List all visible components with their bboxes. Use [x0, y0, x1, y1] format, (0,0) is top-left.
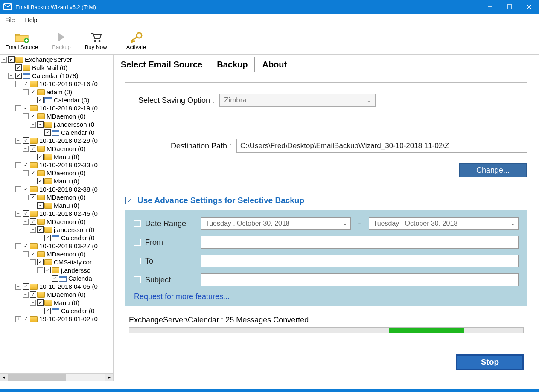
collapse-icon[interactable]: − — [1, 57, 7, 63]
tree-item[interactable]: Calendar (0) — [1, 96, 112, 104]
stop-button[interactable]: Stop — [456, 354, 524, 370]
tree-checkbox[interactable] — [15, 64, 22, 71]
collapse-icon[interactable]: − — [30, 122, 36, 128]
activate-button[interactable]: Activate — [121, 26, 151, 54]
buy-now-button[interactable]: Buy Now — [80, 26, 112, 54]
tree-checkbox[interactable] — [23, 81, 29, 87]
tree-item[interactable]: −Manu (0) — [1, 299, 112, 307]
close-button[interactable] — [519, 0, 539, 14]
tree-item[interactable]: Manu (0) — [1, 153, 112, 161]
collapse-icon[interactable]: − — [23, 251, 29, 257]
tree-checkbox[interactable] — [37, 226, 44, 233]
collapse-icon[interactable]: − — [30, 227, 36, 233]
folder-tree[interactable]: −ExchangeServerBulk Mail (0)−Calendar (1… — [0, 55, 113, 324]
collapse-icon[interactable]: − — [23, 113, 29, 119]
tree-item[interactable]: −j.andersson (0 — [1, 120, 112, 128]
change-button[interactable]: Change... — [459, 163, 527, 177]
tree-checkbox[interactable] — [23, 243, 29, 249]
tree-item[interactable]: −Calendar (1078) — [1, 72, 112, 80]
tree-item[interactable]: −10-10-2018 02-33 (0 — [1, 161, 112, 169]
tree-checkbox[interactable] — [30, 218, 36, 225]
request-features-link[interactable]: Request for more features... — [134, 292, 519, 301]
tree-item[interactable]: −MDaemon (0) — [1, 250, 112, 258]
collapse-icon[interactable]: − — [30, 300, 36, 306]
tree-item[interactable]: −MDaemon (0) — [1, 169, 112, 177]
tree-checkbox[interactable] — [30, 113, 36, 119]
tree-item[interactable]: −10-10-2018 03-27 (0 — [1, 242, 112, 250]
tree-checkbox[interactable] — [37, 202, 44, 209]
menu-help[interactable]: Help — [25, 17, 38, 23]
collapse-icon[interactable]: − — [23, 146, 29, 152]
tree-item[interactable]: −MDaemon (0) — [1, 145, 112, 153]
tree-item[interactable]: Calendar (0 — [1, 128, 112, 136]
tree-item[interactable]: −MDaemon (0) — [1, 290, 112, 299]
tree-checkbox[interactable] — [44, 267, 51, 273]
tab-about[interactable]: About — [255, 57, 294, 72]
subject-checkbox[interactable] — [134, 276, 141, 283]
tree-item[interactable]: −MDaemon (0) — [1, 193, 112, 201]
tree-item[interactable]: Calendar (0 — [1, 234, 112, 242]
tab-select-source[interactable]: Select Email Source — [114, 57, 210, 72]
collapse-icon[interactable]: − — [8, 73, 14, 79]
collapse-icon[interactable]: − — [23, 195, 29, 200]
tree-checkbox[interactable] — [23, 210, 29, 217]
tree-checkbox[interactable] — [37, 299, 44, 306]
collapse-icon[interactable]: − — [23, 170, 29, 176]
tree-item[interactable]: −10-10-2018 02-29 (0 — [1, 136, 112, 145]
collapse-icon[interactable]: − — [15, 81, 21, 87]
tree-item[interactable]: Manu (0) — [1, 177, 112, 185]
tree-checkbox[interactable] — [23, 105, 29, 111]
tree-checkbox[interactable] — [30, 170, 36, 176]
menu-file[interactable]: File — [5, 17, 15, 23]
date-to-picker[interactable]: Tuesday , October 30, 2018⌄ — [369, 217, 519, 230]
tree-checkbox[interactable] — [44, 308, 51, 314]
tree-item[interactable]: −10-10-2018 02-16 (0 — [1, 80, 112, 88]
tree-item[interactable]: −10-10-2018 02-19 (0 — [1, 104, 112, 112]
tree-checkbox[interactable] — [23, 137, 29, 144]
collapse-icon[interactable]: − — [15, 284, 21, 290]
date-range-checkbox[interactable] — [134, 220, 141, 227]
tree-checkbox[interactable] — [23, 283, 29, 290]
collapse-icon[interactable]: − — [15, 138, 21, 144]
maximize-button[interactable] — [500, 0, 519, 14]
tree-checkbox[interactable] — [8, 56, 15, 63]
collapse-icon[interactable]: − — [15, 243, 21, 249]
email-source-button[interactable]: Email Source — [0, 26, 43, 54]
tree-item[interactable]: −CMS-italy.cor — [1, 258, 112, 266]
tree-checkbox[interactable] — [30, 291, 36, 298]
tree-checkbox[interactable] — [37, 154, 44, 160]
tree-checkbox[interactable] — [37, 259, 44, 265]
tree-item[interactable]: −10-10-2018 04-05 (0 — [1, 282, 112, 290]
tree-checkbox[interactable] — [37, 97, 44, 103]
tree-checkbox[interactable] — [30, 89, 36, 95]
tree-checkbox[interactable] — [37, 178, 44, 184]
collapse-icon[interactable]: − — [23, 89, 29, 95]
tree-item[interactable]: Calenda — [1, 274, 112, 282]
collapse-icon[interactable]: − — [23, 219, 29, 225]
destination-path-input[interactable]: C:\Users\Fred\Desktop\EmailBackupWizard_… — [236, 139, 527, 153]
tree-item[interactable]: −ExchangeServer — [1, 55, 112, 64]
tree-checkbox[interactable] — [30, 251, 36, 257]
tree-checkbox[interactable] — [23, 186, 29, 192]
tree-item[interactable]: −adam (0) — [1, 88, 112, 96]
tree-checkbox[interactable] — [30, 145, 36, 152]
tree-checkbox[interactable] — [37, 121, 44, 128]
tree-item[interactable]: +19-10-2018 01-02 (0 — [1, 315, 112, 323]
tab-backup[interactable]: Backup — [210, 57, 255, 72]
tree-item[interactable]: −10-10-2018 02-38 (0 — [1, 185, 112, 193]
collapse-icon[interactable]: − — [30, 259, 36, 265]
collapse-icon[interactable]: − — [15, 162, 21, 168]
collapse-icon[interactable]: − — [15, 105, 21, 111]
collapse-icon[interactable]: − — [15, 211, 21, 217]
advance-settings-checkbox[interactable]: ✓ — [125, 197, 133, 204]
subject-input[interactable] — [201, 273, 519, 286]
tree-checkbox[interactable] — [44, 235, 51, 241]
to-input[interactable] — [201, 255, 519, 267]
from-input[interactable] — [201, 236, 519, 249]
tree-item[interactable]: Bulk Mail (0) — [1, 64, 112, 72]
horizontal-scrollbar[interactable]: ◄ ► — [0, 373, 113, 381]
collapse-icon[interactable]: − — [37, 267, 43, 273]
tree-checkbox[interactable] — [44, 129, 51, 136]
collapse-icon[interactable]: − — [15, 186, 21, 192]
date-from-picker[interactable]: Tuesday , October 30, 2018⌄ — [201, 217, 351, 230]
